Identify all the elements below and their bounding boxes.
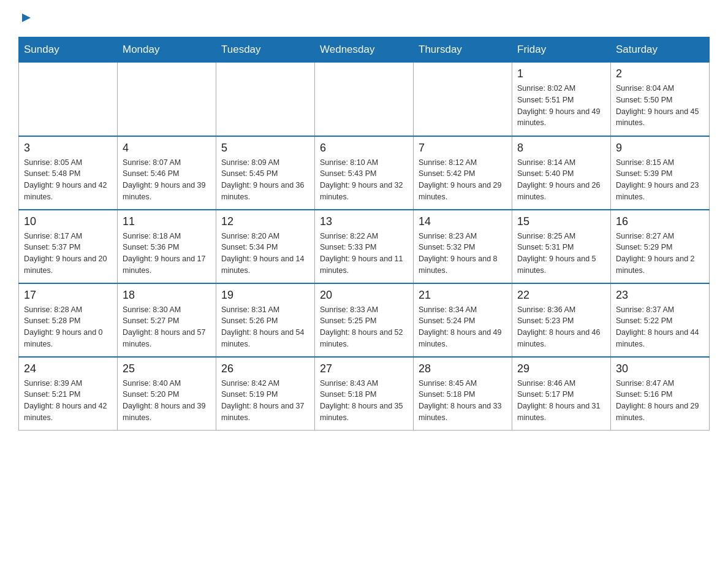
day-number: 23 [616,289,704,302]
calendar-week-row: 3Sunrise: 8:05 AMSunset: 5:48 PMDaylight… [19,136,710,210]
calendar-table: SundayMondayTuesdayWednesdayThursdayFrid… [18,37,710,431]
day-number: 6 [320,142,408,155]
day-number: 25 [123,362,211,375]
logo-arrow-icon [20,11,33,25]
day-info: Sunrise: 8:30 AMSunset: 5:27 PMDaylight:… [123,304,211,350]
calendar-day-cell: 26Sunrise: 8:42 AMSunset: 5:19 PMDayligh… [216,357,315,431]
day-info: Sunrise: 8:05 AMSunset: 5:48 PMDaylight:… [24,157,112,203]
calendar-day-cell: 18Sunrise: 8:30 AMSunset: 5:27 PMDayligh… [118,283,216,357]
calendar-header-row: SundayMondayTuesdayWednesdayThursdayFrid… [19,37,710,63]
day-number: 15 [517,215,605,228]
day-info: Sunrise: 8:33 AMSunset: 5:25 PMDaylight:… [320,304,408,350]
day-number: 24 [24,362,112,375]
day-info: Sunrise: 8:07 AMSunset: 5:46 PMDaylight:… [123,157,211,203]
day-number: 28 [419,362,507,375]
day-info: Sunrise: 8:09 AMSunset: 5:45 PMDaylight:… [221,157,309,203]
calendar-day-cell: 25Sunrise: 8:40 AMSunset: 5:20 PMDayligh… [118,357,216,431]
logo [18,12,37,25]
calendar-day-cell: 10Sunrise: 8:17 AMSunset: 5:37 PMDayligh… [19,210,118,283]
calendar-day-cell: 7Sunrise: 8:12 AMSunset: 5:42 PMDaylight… [414,136,512,210]
day-number: 17 [24,289,112,302]
day-info: Sunrise: 8:46 AMSunset: 5:17 PMDaylight:… [517,378,605,424]
day-info: Sunrise: 8:25 AMSunset: 5:31 PMDaylight:… [517,231,605,277]
calendar-day-cell [315,63,414,136]
day-number: 11 [123,215,211,228]
calendar-day-cell: 15Sunrise: 8:25 AMSunset: 5:31 PMDayligh… [512,210,611,283]
day-number: 21 [419,289,507,302]
day-info: Sunrise: 8:39 AMSunset: 5:21 PMDaylight:… [24,378,112,424]
day-info: Sunrise: 8:36 AMSunset: 5:23 PMDaylight:… [517,304,605,350]
day-info: Sunrise: 8:22 AMSunset: 5:33 PMDaylight:… [320,231,408,277]
day-number: 13 [320,215,408,228]
calendar-day-cell: 17Sunrise: 8:28 AMSunset: 5:28 PMDayligh… [19,283,118,357]
day-info: Sunrise: 8:34 AMSunset: 5:24 PMDaylight:… [419,304,507,350]
day-number: 19 [221,289,309,302]
calendar-day-cell: 6Sunrise: 8:10 AMSunset: 5:43 PMDaylight… [315,136,414,210]
day-number: 10 [24,215,112,228]
calendar-day-cell: 14Sunrise: 8:23 AMSunset: 5:32 PMDayligh… [414,210,512,283]
calendar-day-header: Thursday [414,37,512,63]
day-info: Sunrise: 8:17 AMSunset: 5:37 PMDaylight:… [24,231,112,277]
calendar-day-cell: 2Sunrise: 8:04 AMSunset: 5:50 PMDaylight… [611,63,710,136]
calendar-week-row: 10Sunrise: 8:17 AMSunset: 5:37 PMDayligh… [19,210,710,283]
calendar-day-header: Tuesday [216,37,315,63]
day-number: 30 [616,362,704,375]
day-number: 1 [517,67,605,80]
day-info: Sunrise: 8:37 AMSunset: 5:22 PMDaylight:… [616,304,704,350]
calendar-day-cell: 27Sunrise: 8:43 AMSunset: 5:18 PMDayligh… [315,357,414,431]
day-number: 12 [221,215,309,228]
calendar-day-cell: 1Sunrise: 8:02 AMSunset: 5:51 PMDaylight… [512,63,611,136]
day-number: 26 [221,362,309,375]
day-number: 7 [419,142,507,155]
calendar-week-row: 17Sunrise: 8:28 AMSunset: 5:28 PMDayligh… [19,283,710,357]
calendar-day-cell: 24Sunrise: 8:39 AMSunset: 5:21 PMDayligh… [19,357,118,431]
day-info: Sunrise: 8:45 AMSunset: 5:18 PMDaylight:… [419,378,507,424]
day-info: Sunrise: 8:15 AMSunset: 5:39 PMDaylight:… [616,157,704,203]
calendar-day-cell: 5Sunrise: 8:09 AMSunset: 5:45 PMDaylight… [216,136,315,210]
calendar-day-cell [216,63,315,136]
calendar-day-cell: 9Sunrise: 8:15 AMSunset: 5:39 PMDaylight… [611,136,710,210]
calendar-day-header: Saturday [611,37,710,63]
day-info: Sunrise: 8:42 AMSunset: 5:19 PMDaylight:… [221,378,309,424]
day-number: 4 [123,142,211,155]
day-number: 5 [221,142,309,155]
day-number: 22 [517,289,605,302]
day-info: Sunrise: 8:02 AMSunset: 5:51 PMDaylight:… [517,83,605,129]
calendar-week-row: 24Sunrise: 8:39 AMSunset: 5:21 PMDayligh… [19,357,710,431]
day-info: Sunrise: 8:31 AMSunset: 5:26 PMDaylight:… [221,304,309,350]
day-info: Sunrise: 8:18 AMSunset: 5:36 PMDaylight:… [123,231,211,277]
page-header [18,12,710,25]
day-info: Sunrise: 8:12 AMSunset: 5:42 PMDaylight:… [419,157,507,203]
day-number: 8 [517,142,605,155]
day-info: Sunrise: 8:28 AMSunset: 5:28 PMDaylight:… [24,304,112,350]
day-number: 3 [24,142,112,155]
svg-marker-0 [22,13,31,22]
day-info: Sunrise: 8:43 AMSunset: 5:18 PMDaylight:… [320,378,408,424]
day-number: 2 [616,67,704,80]
day-number: 14 [419,215,507,228]
day-number: 18 [123,289,211,302]
day-number: 29 [517,362,605,375]
calendar-day-cell: 22Sunrise: 8:36 AMSunset: 5:23 PMDayligh… [512,283,611,357]
calendar-day-cell: 3Sunrise: 8:05 AMSunset: 5:48 PMDaylight… [19,136,118,210]
calendar-day-cell: 19Sunrise: 8:31 AMSunset: 5:26 PMDayligh… [216,283,315,357]
day-number: 20 [320,289,408,302]
calendar-day-cell: 8Sunrise: 8:14 AMSunset: 5:40 PMDaylight… [512,136,611,210]
calendar-day-cell [19,63,118,136]
calendar-day-cell: 30Sunrise: 8:47 AMSunset: 5:16 PMDayligh… [611,357,710,431]
day-number: 27 [320,362,408,375]
calendar-day-header: Wednesday [315,37,414,63]
calendar-day-cell: 16Sunrise: 8:27 AMSunset: 5:29 PMDayligh… [611,210,710,283]
day-info: Sunrise: 8:40 AMSunset: 5:20 PMDaylight:… [123,378,211,424]
calendar-day-cell: 20Sunrise: 8:33 AMSunset: 5:25 PMDayligh… [315,283,414,357]
day-info: Sunrise: 8:04 AMSunset: 5:50 PMDaylight:… [616,83,704,129]
day-info: Sunrise: 8:23 AMSunset: 5:32 PMDaylight:… [419,231,507,277]
calendar-day-header: Sunday [19,37,118,63]
calendar-day-cell: 23Sunrise: 8:37 AMSunset: 5:22 PMDayligh… [611,283,710,357]
calendar-day-cell: 4Sunrise: 8:07 AMSunset: 5:46 PMDaylight… [118,136,216,210]
day-number: 16 [616,215,704,228]
day-info: Sunrise: 8:10 AMSunset: 5:43 PMDaylight:… [320,157,408,203]
calendar-day-header: Monday [118,37,216,63]
day-number: 9 [616,142,704,155]
calendar-day-cell: 12Sunrise: 8:20 AMSunset: 5:34 PMDayligh… [216,210,315,283]
